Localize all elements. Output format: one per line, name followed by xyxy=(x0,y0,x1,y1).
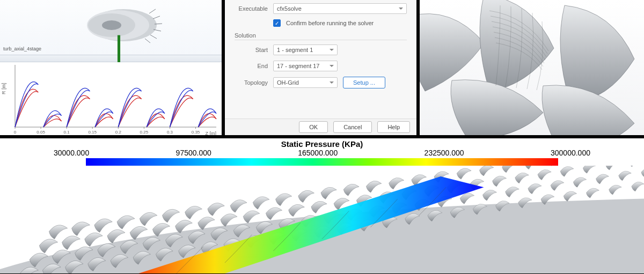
svg-text:0.35: 0.35 xyxy=(192,130,200,135)
confirm-label: Confirm before running the solver xyxy=(286,20,374,26)
svg-text:0.2: 0.2 xyxy=(115,130,122,135)
cancel-button[interactable]: Cancel xyxy=(333,121,372,133)
colorbar-tick: 300000.000 xyxy=(551,149,590,157)
geometry-and-profile-panel: turb_axial_4stage R [m] Z [m] 00.050.10.… xyxy=(0,0,222,135)
colorbar-tick: 97500.000 xyxy=(176,149,211,157)
confirm-checkbox[interactable]: ✓ xyxy=(273,19,281,27)
topology-label: Topology xyxy=(235,79,268,86)
svg-text:0: 0 xyxy=(14,130,17,135)
svg-text:0.3: 0.3 xyxy=(167,130,173,135)
colorbar-title: Static Pressure (KPa) xyxy=(0,139,644,149)
solver-setup-dialog: Executable cfx5solve ✓ Confirm before ru… xyxy=(225,0,416,135)
svg-line-4 xyxy=(149,9,156,13)
colorbar-tick: 30000.000 xyxy=(54,149,89,157)
plot-y-axis-label: R [m] xyxy=(1,83,6,95)
ok-button[interactable]: OK xyxy=(299,121,328,133)
end-combo[interactable]: 17 - segment 17 xyxy=(273,61,338,71)
topology-combo[interactable]: OH-Grid xyxy=(273,77,338,88)
setup-button[interactable]: Setup ... xyxy=(343,77,385,88)
colorbar-gradient xyxy=(86,158,558,166)
model-tree-item[interactable]: turb_axial_4stage xyxy=(3,46,41,51)
start-combo[interactable]: 1 - segment 1 xyxy=(273,45,338,55)
pressure-3d-viewport[interactable] xyxy=(0,166,644,273)
start-label: Start xyxy=(235,47,268,53)
colorbar-tick: 232500.000 xyxy=(425,149,464,157)
end-label: End xyxy=(235,63,268,69)
svg-text:0.25: 0.25 xyxy=(140,130,149,135)
svg-line-5 xyxy=(153,16,160,19)
help-button[interactable]: Help xyxy=(377,121,410,133)
mesh-closeup-viewport[interactable] xyxy=(420,0,644,135)
executable-combo[interactable]: cfx5solve xyxy=(273,3,407,14)
blade-profile-plot[interactable]: R [m] Z [m] 00.050.10.150.20.250.30.35 xyxy=(0,62,222,135)
colorbar-ticks: 30000.000 97500.000 165000.000 232500.00… xyxy=(0,149,644,157)
svg-text:0.1: 0.1 xyxy=(64,130,70,135)
colorbar-tick: 165000.000 xyxy=(298,149,338,157)
executable-label: Executable xyxy=(235,5,268,12)
solution-section-header: Solution xyxy=(235,32,407,40)
svg-text:0.15: 0.15 xyxy=(88,130,97,135)
plot-x-axis-label: Z [m] xyxy=(206,131,217,135)
svg-text:0.05: 0.05 xyxy=(36,130,45,135)
pressure-result-panel: Static Pressure (KPa) 30000.000 97500.00… xyxy=(0,138,644,273)
3d-viewport[interactable]: turb_axial_4stage xyxy=(0,0,222,55)
